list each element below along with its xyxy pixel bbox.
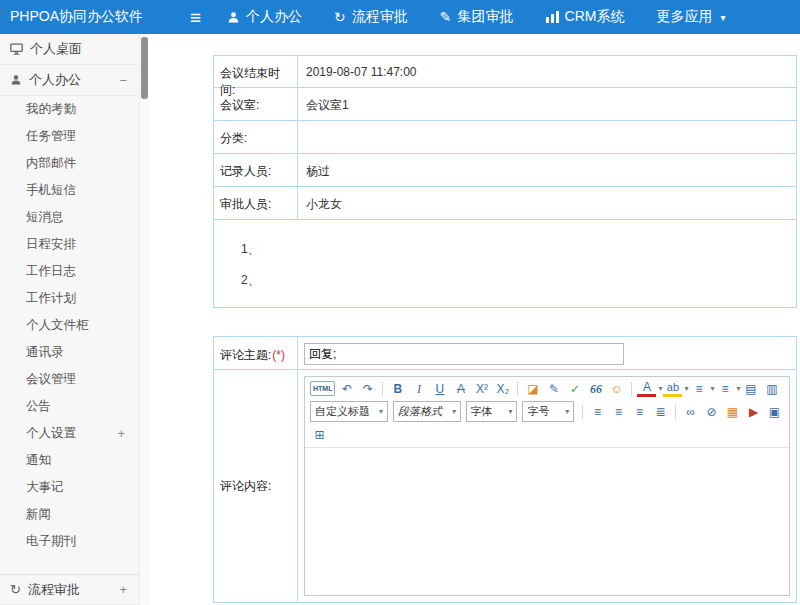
sidebar-scrollbar-thumb[interactable] [141, 37, 148, 99]
sidebar-item-notifications[interactable]: 通知 [0, 447, 139, 474]
spellcheck-icon[interactable]: ✓ [565, 379, 584, 398]
field-value-approver: 小龙女 [298, 187, 796, 219]
meeting-detail-form: 会议结束时间: 2019-08-07 11:47:00 会议室: 会议室1 分类… [213, 55, 797, 308]
sidebar-item-label: 日程安排 [26, 236, 76, 253]
paste-from-word-icon[interactable]: ▤ [742, 379, 761, 398]
print-icon[interactable]: ▥ [763, 379, 782, 398]
sidebar-section-label: 个人桌面 [30, 40, 82, 58]
sidebar-section-label: 流程审批 [28, 581, 80, 599]
user-icon [10, 74, 22, 86]
collapse-toggle[interactable]: − [119, 73, 127, 88]
sidebar-item-e-journal[interactable]: 电子期刊 [0, 528, 139, 555]
rich-text-editor: HTML ↶ ↷ B I U A X² X₂ [304, 376, 790, 596]
align-right-icon[interactable]: ≡ [630, 402, 649, 421]
sidebar-item-attendance[interactable]: 我的考勤 [0, 96, 139, 123]
group-approval-icon: ✎ [440, 10, 452, 24]
font-color-control[interactable]: A▾ [636, 381, 662, 397]
sidebar-item-sms[interactable]: 手机短信 [0, 177, 139, 204]
comment-content-cell: HTML ↶ ↷ B I U A X² X₂ [298, 370, 796, 602]
redo-icon[interactable]: ↷ [358, 379, 377, 398]
form-row: 审批人员: 小龙女 [213, 187, 797, 220]
sidebar-item-work-log[interactable]: 工作日志 [0, 258, 139, 285]
hamburger-menu-icon[interactable]: ≡ [190, 8, 201, 27]
html-source-icon[interactable]: HTML [310, 381, 335, 396]
required-mark: (*) [272, 348, 285, 362]
font-select[interactable]: 字体▾ [466, 401, 518, 422]
unlink-icon[interactable]: ⊘ [702, 402, 721, 421]
sidebar-item-contacts[interactable]: 通讯录 [0, 339, 139, 366]
sidebar-item-label: 个人设置 [26, 425, 76, 442]
format-select[interactable]: 段落格式▾ [393, 401, 461, 422]
link-icon[interactable]: ∞ [681, 402, 700, 421]
underline-icon[interactable]: U [430, 379, 449, 398]
comment-subject-input[interactable] [304, 343, 624, 365]
nav-item-group-approval[interactable]: ✎ 集团审批 [440, 8, 514, 26]
align-justify-icon[interactable]: ≣ [651, 402, 670, 421]
sidebar-section-personal-office[interactable]: 个人办公 − [0, 65, 139, 96]
align-center-icon[interactable]: ≡ [609, 402, 628, 421]
sidebar-item-schedule[interactable]: 日程安排 [0, 231, 139, 258]
nav-item-label: 流程审批 [352, 8, 408, 26]
sidebar-item-meetings[interactable]: 会议管理 [0, 366, 139, 393]
comment-subject-label: 评论主题:(*) [214, 337, 298, 369]
field-label-category: 分类: [214, 121, 298, 153]
sidebar-item-label: 个人文件柜 [26, 317, 89, 334]
superscript-icon[interactable]: X² [472, 379, 491, 398]
sidebar-item-news[interactable]: 新闻 [0, 501, 139, 528]
sidebar-item-file-cabinet[interactable]: 个人文件柜 [0, 312, 139, 339]
expand-toggle[interactable]: + [119, 582, 127, 597]
sidebar-item-short-message[interactable]: 短消息 [0, 204, 139, 231]
ordered-list-control[interactable]: ≡▾ [688, 379, 714, 398]
select-value: 段落格式 [398, 404, 442, 419]
subscript-icon[interactable]: X₂ [493, 379, 512, 398]
toolbar-row-3: ⊞ [307, 424, 787, 445]
strikethrough-icon[interactable]: A [451, 379, 470, 398]
user-icon [227, 11, 240, 24]
italic-icon[interactable]: I [409, 379, 428, 398]
sidebar-item-label: 短消息 [26, 209, 64, 226]
table-icon[interactable]: ⊞ [310, 425, 329, 444]
size-select[interactable]: 字号▾ [522, 401, 574, 422]
chevron-down-icon: ▾ [565, 407, 569, 416]
chevron-down-icon: ▾ [379, 407, 383, 416]
nav-item-personal-office[interactable]: 个人办公 [227, 8, 302, 26]
sidebar-section-workflow[interactable]: ↻ 流程审批 + [0, 574, 139, 605]
media-icon[interactable]: ▣ [765, 402, 784, 421]
nav-item-more-apps[interactable]: 更多应用 ▾ [656, 8, 725, 26]
sidebar-item-work-plan[interactable]: 工作计划 [0, 285, 139, 312]
font-color-icon[interactable]: A [637, 381, 656, 397]
image-icon[interactable]: ▦ [723, 402, 742, 421]
emoticon-icon[interactable]: ☺ [607, 379, 626, 398]
sidebar-item-personal-settings[interactable]: 个人设置 + [0, 420, 139, 447]
align-left-icon[interactable]: ≡ [588, 402, 607, 421]
select-value: 字体 [471, 404, 493, 419]
bold-icon[interactable]: B [388, 379, 407, 398]
undo-icon[interactable]: ↶ [337, 379, 356, 398]
flash-icon[interactable]: ▶ [744, 402, 763, 421]
sidebar-section-desktop[interactable]: 个人桌面 [0, 34, 139, 65]
toolbar-divider [675, 405, 676, 419]
remove-format-icon[interactable]: ◪ [523, 379, 542, 398]
ordered-list-icon[interactable]: ≡ [689, 379, 708, 398]
editor-content-area[interactable] [305, 448, 789, 595]
format-painter-icon[interactable]: ✎ [544, 379, 563, 398]
nav-item-workflow-approval[interactable]: ↻ 流程审批 [334, 8, 408, 26]
comment-content-label: 评论内容: [214, 370, 298, 602]
chevron-down-icon[interactable]: ▾ [737, 384, 741, 393]
highlight-color-control[interactable]: ab▾ [662, 381, 688, 397]
unordered-list-control[interactable]: ≡▾ [715, 379, 741, 398]
comment-subject-cell [298, 337, 796, 369]
unordered-list-icon[interactable]: ≡ [716, 379, 735, 398]
sidebar-item-label: 会议管理 [26, 371, 76, 388]
field-value-recorder: 杨过 [298, 154, 796, 186]
blockquote-icon[interactable]: 66 [586, 379, 605, 398]
expand-toggle[interactable]: + [117, 426, 125, 441]
sidebar-item-tasks[interactable]: 任务管理 [0, 123, 139, 150]
sidebar-item-internal-mail[interactable]: 内部邮件 [0, 150, 139, 177]
highlight-color-icon[interactable]: ab [663, 381, 682, 397]
field-label: 评论主题: [220, 348, 271, 362]
style-select[interactable]: 自定义标题▾ [310, 401, 388, 422]
sidebar-item-announcements[interactable]: 公告 [0, 393, 139, 420]
sidebar-item-major-events[interactable]: 大事记 [0, 474, 139, 501]
nav-item-crm[interactable]: CRM系统 [546, 8, 625, 26]
